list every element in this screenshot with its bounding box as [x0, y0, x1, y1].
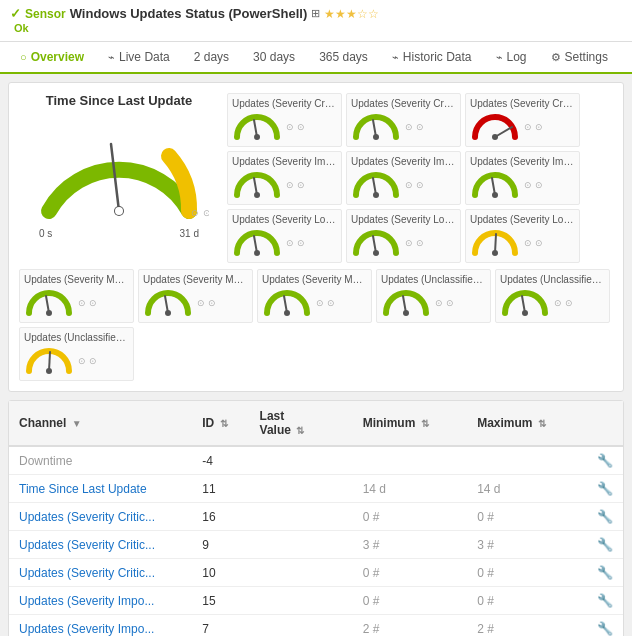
cell-channel-4[interactable]: Updates (Severity Critic...	[9, 559, 192, 587]
col-header-channel[interactable]: Channel ▼	[9, 401, 192, 446]
status-ok-label: Ok	[14, 22, 29, 34]
tab-historic-label: Historic Data	[403, 50, 472, 64]
tab-live-data-label: Live Data	[119, 50, 170, 64]
gauge-item-12: Updates (Unclassified) Hidden ⊙ ⊙	[376, 269, 491, 323]
table-row: Updates (Severity Critic... 16 0 # 0 # 🔧	[9, 503, 623, 531]
tab-overview[interactable]: ○ Overview	[8, 42, 96, 74]
big-gauge-svg: ⊙ ⊙	[29, 116, 209, 226]
cell-lastval-6	[250, 615, 353, 637]
cell-max-3: 3 #	[467, 531, 582, 559]
svg-point-18	[254, 250, 260, 256]
cell-action-1[interactable]: 🔧	[582, 475, 623, 503]
cell-channel-5[interactable]: Updates (Severity Impo...	[9, 587, 192, 615]
tab-365days[interactable]: 365 days	[307, 42, 380, 74]
col-max-label: Maximum	[477, 416, 532, 430]
cell-max-0	[467, 446, 582, 475]
cell-action-2[interactable]: 🔧	[582, 503, 623, 531]
col-lastval-label: LastValue	[260, 409, 291, 437]
cell-lastval-2	[250, 503, 353, 531]
col-header-lastval[interactable]: LastValue ⇅	[250, 401, 353, 446]
status-check-icon: ✓	[10, 6, 21, 21]
gauge-item-0-title: Updates (Severity Critical) Hi...	[232, 98, 337, 110]
gauge-row-1: Updates (Severity Critical) Hi... ⊙ ⊙ Up…	[227, 93, 613, 147]
gauge-svg-11	[262, 288, 312, 318]
cell-action-6[interactable]: 🔧	[582, 615, 623, 637]
big-gauge-labels: 0 s 31 d	[39, 228, 199, 239]
gauge-item-10: Updates (Severity Moderate) I... ⊙ ⊙	[138, 269, 253, 323]
page-title: Windows Updates Status (PowerShell)	[70, 6, 308, 21]
col-header-id[interactable]: ID ⇅	[192, 401, 249, 446]
gauge-bottom-rows: Updates (Severity Moderate) ... ⊙ ⊙ Upda…	[19, 269, 613, 323]
col-min-label: Minimum	[363, 416, 416, 430]
cell-id-5: 15	[192, 587, 249, 615]
cell-channel-6[interactable]: Updates (Severity Impo...	[9, 615, 192, 637]
big-gauge-min-label: 0 s	[39, 228, 52, 239]
cell-id-4: 10	[192, 559, 249, 587]
cell-channel-2[interactable]: Updates (Severity Critic...	[9, 503, 192, 531]
col-channel-sort-icon: ▼	[72, 418, 82, 429]
settings-gear-icon: ⚙	[551, 51, 561, 64]
header: ✓ Sensor Windows Updates Status (PowerSh…	[0, 0, 632, 42]
log-icon: ⌁	[496, 51, 503, 64]
gauge-svg-7	[351, 228, 401, 258]
gauge-item-9: Updates (Severity Moderate) ... ⊙ ⊙	[19, 269, 134, 323]
gauge-item-13: Updates (Unclassified) Install... ⊙ ⊙	[495, 269, 610, 323]
svg-point-6	[254, 134, 260, 140]
cell-min-4: 0 #	[353, 559, 468, 587]
cell-action-5[interactable]: 🔧	[582, 587, 623, 615]
col-id-sort-icon: ⇅	[220, 418, 228, 429]
gauge-item-0: Updates (Severity Critical) Hi... ⊙ ⊙	[227, 93, 342, 147]
col-id-label: ID	[202, 416, 214, 430]
gauge-item-14: Updates (Unclassified) Missing ⊙ ⊙	[19, 327, 134, 381]
rating-stars[interactable]: ★★★☆☆	[324, 7, 379, 21]
svg-point-24	[46, 310, 52, 316]
gauge-row-3: Updates (Severity Low) Hidden... ⊙ ⊙ Upd…	[227, 209, 613, 263]
svg-point-26	[165, 310, 171, 316]
gauge-item-14-title: Updates (Unclassified) Missing	[24, 332, 129, 344]
tab-30days[interactable]: 30 days	[241, 42, 307, 74]
cell-min-5: 0 #	[353, 587, 468, 615]
col-header-min[interactable]: Minimum ⇅	[353, 401, 468, 446]
gauge-svg-14	[24, 346, 74, 376]
gauge-item-4-title: Updates (Severity Important) ...	[351, 156, 456, 168]
col-min-sort-icon: ⇅	[421, 418, 429, 429]
svg-point-16	[492, 192, 498, 198]
svg-point-32	[522, 310, 528, 316]
small-gauges-area: Updates (Severity Critical) Hi... ⊙ ⊙ Up…	[227, 93, 613, 263]
cell-id-3: 9	[192, 531, 249, 559]
gauge-svg-4	[351, 170, 401, 200]
gauge-svg-10	[143, 288, 193, 318]
cell-lastval-3	[250, 531, 353, 559]
table-row: Updates (Severity Impo... 7 2 # 2 # 🔧	[9, 615, 623, 637]
col-header-max[interactable]: Maximum ⇅	[467, 401, 582, 446]
gauge-panel: Time Since Last Update ⊙ ⊙ 0 s	[8, 82, 624, 392]
gauge-svg-5	[470, 170, 520, 200]
tab-settings[interactable]: ⚙ Settings	[539, 42, 620, 74]
gauge-item-5-title: Updates (Severity Important)...	[470, 156, 575, 168]
gauge-item-1: Updates (Severity Critical) Ins... ⊙ ⊙	[346, 93, 461, 147]
svg-point-8	[373, 134, 379, 140]
table-row: Updates (Severity Impo... 15 0 # 0 # 🔧	[9, 587, 623, 615]
cell-max-5: 0 #	[467, 587, 582, 615]
cell-channel-1[interactable]: Time Since Last Update	[9, 475, 192, 503]
cell-channel-3[interactable]: Updates (Severity Critic...	[9, 531, 192, 559]
tab-365days-label: 365 days	[319, 50, 368, 64]
main-content: Time Since Last Update ⊙ ⊙ 0 s	[0, 74, 632, 636]
tab-2days[interactable]: 2 days	[182, 42, 241, 74]
gauge-item-10-title: Updates (Severity Moderate) I...	[143, 274, 248, 286]
cell-min-6: 2 #	[353, 615, 468, 637]
cell-max-1: 14 d	[467, 475, 582, 503]
cell-max-4: 0 #	[467, 559, 582, 587]
gauge-item-2-title: Updates (Severity Critical) Mi...	[470, 98, 575, 110]
tab-live-data[interactable]: ⌁ Live Data	[96, 42, 182, 74]
tab-historic[interactable]: ⌁ Historic Data	[380, 42, 484, 74]
cell-action-4[interactable]: 🔧	[582, 559, 623, 587]
cell-action-0[interactable]: 🔧	[582, 446, 623, 475]
big-gauge-title: Time Since Last Update	[46, 93, 192, 108]
tab-log[interactable]: ⌁ Log	[484, 42, 539, 74]
cell-min-3: 3 #	[353, 531, 468, 559]
header-status: ✓ Sensor Windows Updates Status (PowerSh…	[10, 6, 379, 35]
col-max-sort-icon: ⇅	[538, 418, 546, 429]
cell-id-6: 7	[192, 615, 249, 637]
cell-action-3[interactable]: 🔧	[582, 531, 623, 559]
